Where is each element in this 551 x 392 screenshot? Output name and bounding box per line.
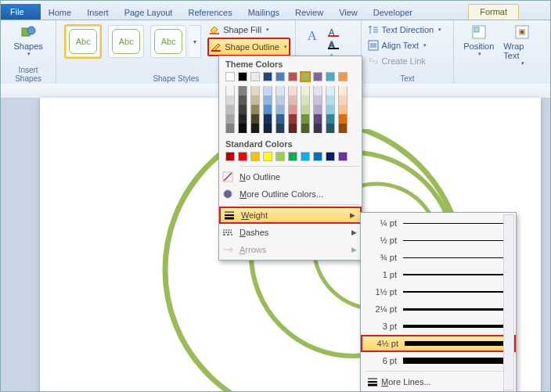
color-swatch[interactable] xyxy=(301,114,310,124)
color-swatch[interactable] xyxy=(225,124,235,133)
color-swatch[interactable] xyxy=(276,114,285,124)
color-swatch[interactable] xyxy=(288,95,297,105)
color-swatch[interactable] xyxy=(301,95,310,105)
color-swatch[interactable] xyxy=(338,86,348,95)
color-swatch[interactable] xyxy=(263,124,272,133)
color-swatch[interactable] xyxy=(250,72,260,81)
color-swatch[interactable] xyxy=(338,95,348,105)
color-swatch[interactable] xyxy=(338,152,348,161)
color-swatch[interactable] xyxy=(288,72,297,81)
color-swatch[interactable] xyxy=(225,86,235,95)
shape-outline-button[interactable]: Shape Outline▾ xyxy=(207,38,290,56)
text-direction-button[interactable]: Text Direction▾ xyxy=(366,22,449,38)
shapes-button[interactable]: Shapes ▾ xyxy=(5,22,51,59)
style-swatch-2[interactable]: Abc xyxy=(108,25,144,58)
tab-developer[interactable]: Developer xyxy=(366,5,420,20)
weight-option[interactable]: 4½ pt xyxy=(361,335,516,352)
color-swatch[interactable] xyxy=(338,124,348,133)
color-swatch[interactable] xyxy=(238,152,247,161)
more-lines-item[interactable]: More Lines...More Lines... xyxy=(361,373,516,390)
color-swatch[interactable] xyxy=(326,152,335,161)
weight-item[interactable]: WeightWeight ▶ xyxy=(219,207,362,224)
color-swatch[interactable] xyxy=(263,152,272,161)
weight-option[interactable]: ½ pt xyxy=(361,232,516,249)
dashes-item[interactable]: DashesDashes ▶ xyxy=(219,224,362,241)
color-swatch[interactable] xyxy=(326,95,335,105)
position-button[interactable]: Position▾ xyxy=(459,22,499,69)
weight-option[interactable]: 1 pt xyxy=(361,266,516,283)
color-swatch[interactable] xyxy=(313,72,322,81)
color-swatch[interactable] xyxy=(326,105,335,114)
style-swatch-1[interactable]: Abc xyxy=(64,24,102,59)
color-swatch[interactable] xyxy=(250,86,260,95)
arrows-item[interactable]: ArrowsArrows ▶ xyxy=(219,241,362,258)
color-swatch[interactable] xyxy=(263,86,272,95)
weight-option[interactable]: ¼ pt xyxy=(361,214,516,232)
color-swatch[interactable] xyxy=(238,72,247,81)
tab-page-layout[interactable]: Page Layout xyxy=(117,5,181,20)
color-swatch[interactable] xyxy=(263,95,272,105)
weight-option[interactable]: 3 pt xyxy=(361,318,516,335)
color-swatch[interactable] xyxy=(338,105,348,114)
color-swatch[interactable] xyxy=(225,95,235,105)
text-fill-icon[interactable]: A xyxy=(328,27,339,38)
color-swatch[interactable] xyxy=(250,105,260,114)
color-swatch[interactable] xyxy=(301,124,310,133)
color-swatch[interactable] xyxy=(313,124,322,133)
color-swatch[interactable] xyxy=(250,152,260,161)
color-swatch[interactable] xyxy=(238,86,247,95)
weight-option[interactable]: ¾ pt xyxy=(361,249,516,266)
color-swatch[interactable] xyxy=(238,95,247,105)
color-swatch[interactable] xyxy=(313,95,322,105)
color-swatch[interactable] xyxy=(288,86,297,95)
tab-mailings[interactable]: Mailings xyxy=(240,5,287,20)
color-swatch[interactable] xyxy=(288,105,297,114)
color-swatch[interactable] xyxy=(263,105,272,114)
tab-view[interactable]: View xyxy=(331,5,366,20)
color-swatch[interactable] xyxy=(288,152,297,161)
color-swatch[interactable] xyxy=(276,95,285,105)
create-link-button[interactable]: Create Link xyxy=(366,53,449,69)
color-swatch[interactable] xyxy=(301,86,310,95)
style-swatch-3[interactable]: Abc xyxy=(150,25,186,58)
wrap-text-button[interactable]: Wrap Text▾ xyxy=(499,22,546,69)
color-swatch[interactable] xyxy=(313,114,322,124)
tab-review[interactable]: Review xyxy=(287,5,331,20)
color-swatch[interactable] xyxy=(338,72,348,81)
color-swatch[interactable] xyxy=(250,95,260,105)
align-text-button[interactable]: Align Text▾ xyxy=(366,38,449,53)
color-swatch[interactable] xyxy=(250,124,260,133)
color-swatch[interactable] xyxy=(225,152,235,161)
color-swatch[interactable] xyxy=(263,72,272,81)
color-swatch[interactable] xyxy=(326,114,335,124)
tab-file[interactable]: File ▾ xyxy=(1,4,41,20)
weight-option[interactable]: 1½ pt xyxy=(361,283,516,300)
text-outline-icon[interactable]: A xyxy=(328,39,339,50)
no-outline-item[interactable]: NNo Outlineo Outline xyxy=(219,168,362,185)
color-swatch[interactable] xyxy=(301,152,310,161)
color-swatch[interactable] xyxy=(276,152,285,161)
color-swatch[interactable] xyxy=(238,105,247,114)
color-swatch[interactable] xyxy=(238,124,247,133)
color-swatch[interactable] xyxy=(326,72,335,81)
color-swatch[interactable] xyxy=(301,105,310,114)
color-swatch[interactable] xyxy=(225,72,235,81)
tab-references[interactable]: References xyxy=(180,5,239,20)
color-swatch[interactable] xyxy=(288,114,297,124)
color-swatch[interactable] xyxy=(276,72,285,81)
color-swatch[interactable] xyxy=(225,114,235,124)
color-swatch[interactable] xyxy=(326,124,335,133)
color-swatch[interactable] xyxy=(326,86,335,95)
color-swatch[interactable] xyxy=(313,105,322,114)
color-swatch[interactable] xyxy=(276,86,285,95)
color-swatch[interactable] xyxy=(313,86,322,95)
color-swatch[interactable] xyxy=(250,114,260,124)
color-swatch[interactable] xyxy=(263,114,272,124)
scrollbar[interactable] xyxy=(503,214,514,390)
weight-option[interactable]: 2¼ pt xyxy=(361,300,516,318)
tab-format[interactable]: Format xyxy=(468,4,519,20)
color-swatch[interactable] xyxy=(313,152,322,161)
color-swatch[interactable] xyxy=(301,72,310,81)
tab-insert[interactable]: Insert xyxy=(79,5,117,20)
color-swatch[interactable] xyxy=(225,105,235,114)
